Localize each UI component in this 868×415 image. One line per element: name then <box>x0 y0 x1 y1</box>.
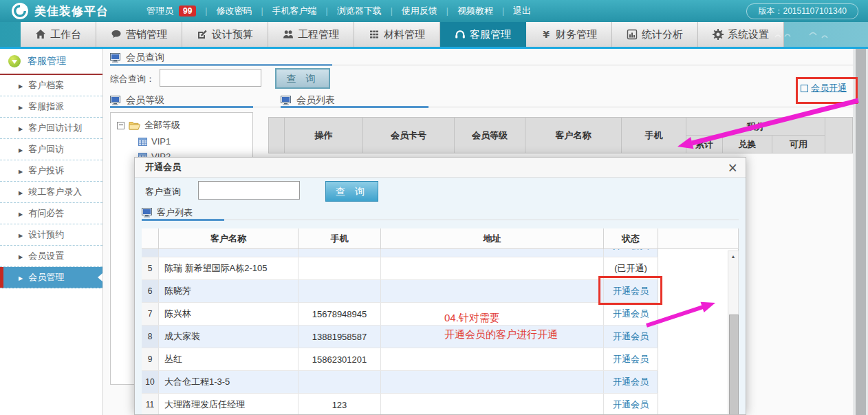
sidebar-item-label: 会员设置 <box>28 251 64 261</box>
main-nav: 工作台 营销管理 设计预算 工程管理 材料管理 客服管理 ¥ 财务管理 统计分析 <box>0 22 868 47</box>
scrollbar-thumb[interactable] <box>729 315 739 415</box>
arrow-right-icon: ▶ <box>19 233 23 239</box>
row-number: 6 <box>142 280 159 302</box>
table-row: 开通会员 <box>142 249 658 257</box>
customer-list-header: 客户列表 <box>142 206 193 219</box>
sidebar-item-visit-plan[interactable]: ▶客户回访计划 <box>0 118 102 139</box>
column-header-points-total: 累计 <box>686 136 723 153</box>
customer-name-cell: 成大家装 <box>159 326 299 348</box>
message-count-badge[interactable]: 99 <box>179 6 196 17</box>
customer-name-cell: 大理路理发店任经理 <box>159 394 299 415</box>
dialog-query-button[interactable]: 查 询 <box>325 181 378 202</box>
tab-label: 财务管理 <box>556 28 597 41</box>
tab-label: 营销管理 <box>126 28 167 41</box>
browser-download-link[interactable]: 浏览器下载 <box>337 5 382 17</box>
admin-link[interactable]: 管理员 <box>147 5 173 17</box>
column-header-action: 操作 <box>285 118 363 153</box>
tab-workbench[interactable]: 工作台 <box>21 22 96 47</box>
status-cell: 开通会员 <box>604 249 658 257</box>
logout-link[interactable]: 退出 <box>513 5 531 17</box>
column-header-status: 状态 <box>604 228 658 249</box>
customer-query-input[interactable] <box>198 181 300 200</box>
table-icon <box>138 138 147 146</box>
annotation-line1: 04.针对需要 <box>444 310 558 326</box>
close-icon[interactable]: × <box>728 158 737 178</box>
tab-customer-service[interactable]: 客服管理 <box>440 22 526 47</box>
open-member-link[interactable]: 开通会员 <box>613 308 649 320</box>
sidebar-item-customer-visit[interactable]: ▶客户回访 <box>0 139 102 160</box>
sidebar-item-member-settings[interactable]: ▶会员设置 <box>0 246 102 267</box>
sidebar-item-design-appointment[interactable]: ▶设计预约 <box>0 224 102 246</box>
dialog-scrollbar[interactable]: ▲ <box>728 251 739 415</box>
sidebar-item-completed-entry[interactable]: ▶竣工客户录入 <box>0 182 102 203</box>
address-cell <box>381 394 604 415</box>
sidebar-item-complaint[interactable]: ▶客户投诉 <box>0 160 102 182</box>
points-column-group: 积分 累计 兑换 可用 <box>686 118 825 153</box>
open-member-link[interactable]: 开通会员 <box>613 285 649 297</box>
sidebar-item-service-assign[interactable]: ▶客服指派 <box>0 96 102 118</box>
customer-name-cell: 丛红 <box>159 348 299 370</box>
brand-title: 美佳装修平台 <box>34 3 109 19</box>
open-member-link[interactable]: 开通会员 <box>613 249 649 252</box>
tab-statistics[interactable]: 统计分析 <box>612 22 698 47</box>
divider: | <box>391 6 393 16</box>
feedback-link[interactable]: 使用反馈 <box>402 5 437 17</box>
sidebar-title-label: 客服管理 <box>28 55 66 67</box>
address-cell <box>381 280 604 302</box>
tab-marketing[interactable]: 营销管理 <box>96 22 182 47</box>
divider: | <box>326 6 328 16</box>
bar-chart-icon <box>627 29 638 40</box>
tree-root-label[interactable]: 全部等级 <box>144 119 180 131</box>
sidebar-item-label: 客户回访计划 <box>28 123 82 133</box>
table-row: 9 丛红 15862301201 开通会员 <box>142 348 658 371</box>
change-password-link[interactable]: 修改密码 <box>216 5 252 17</box>
phone-cell <box>299 280 381 302</box>
divider: | <box>205 6 207 16</box>
sidebar-item-member-management[interactable]: ▶会员管理 <box>0 267 102 288</box>
tree-root-node[interactable]: 全部等级 <box>117 119 252 131</box>
collapse-icon[interactable] <box>117 122 124 129</box>
page-scrollbar[interactable] <box>853 49 868 415</box>
column-header-address: 地址 <box>381 228 604 249</box>
open-member-link[interactable]: 开通会员 <box>613 398 649 411</box>
open-member-link[interactable]: 开通会员 <box>613 376 649 388</box>
headset-icon <box>455 29 466 40</box>
row-number: 7 <box>142 303 159 325</box>
row-number: 10 <box>142 371 159 393</box>
tab-project[interactable]: 工程管理 <box>268 22 354 47</box>
top-bar: 美佳装修平台 管理员 99 | 修改密码 | 手机客户端 | 浏览器下载 | 使… <box>0 0 868 22</box>
combined-query-input[interactable] <box>160 69 261 87</box>
video-tutorial-link[interactable]: 视频教程 <box>457 5 493 17</box>
tree-node-vip1[interactable]: VIP1 <box>138 136 252 147</box>
member-query-header: 会员查询 <box>110 52 164 64</box>
table-row: 11 大理路理发店任经理 123 开通会员 <box>142 394 658 415</box>
home-icon <box>35 29 46 40</box>
arrow-right-icon: ▶ <box>19 275 23 281</box>
row-number: 9 <box>142 348 159 370</box>
member-open-link[interactable]: 会员开通 <box>801 82 847 94</box>
arrow-right-icon: ▶ <box>19 105 23 111</box>
section-divider <box>142 220 739 220</box>
query-button[interactable]: 查 询 <box>275 68 330 89</box>
tab-design-budget[interactable]: 设计预算 <box>182 22 268 47</box>
scroll-up-icon[interactable]: ▲ <box>728 251 738 262</box>
sidebar-item-customer-archive[interactable]: ▶客户档案 <box>0 75 102 96</box>
tab-label: 设计预算 <box>212 28 253 41</box>
status-cell: (已开通) <box>604 257 658 279</box>
mobile-client-link[interactable]: 手机客户端 <box>272 5 317 17</box>
customer-name-cell: 陈瑞 新希望国际A栋2-105 <box>159 257 299 279</box>
page-scrollbar-thumb[interactable] <box>856 49 866 415</box>
tab-label: 工作台 <box>50 28 81 41</box>
divider: | <box>261 6 263 16</box>
tab-material[interactable]: 材料管理 <box>354 22 440 47</box>
open-member-link[interactable]: 开通会员 <box>613 330 649 343</box>
customer-table-header: 客户名称 手机 地址 状态 <box>142 228 739 249</box>
tab-finance[interactable]: ¥ 财务管理 <box>526 22 612 47</box>
arrow-right-icon: ▶ <box>19 169 23 175</box>
sidebar-item-qa[interactable]: ▶有问必答 <box>0 203 102 224</box>
open-member-link[interactable]: 开通会员 <box>613 353 649 365</box>
status-cell: 开通会员 <box>604 280 658 302</box>
dialog-title: 开通会员 <box>135 158 746 178</box>
tree-node-label[interactable]: VIP1 <box>151 136 171 147</box>
section-title: 会员查询 <box>126 52 164 64</box>
